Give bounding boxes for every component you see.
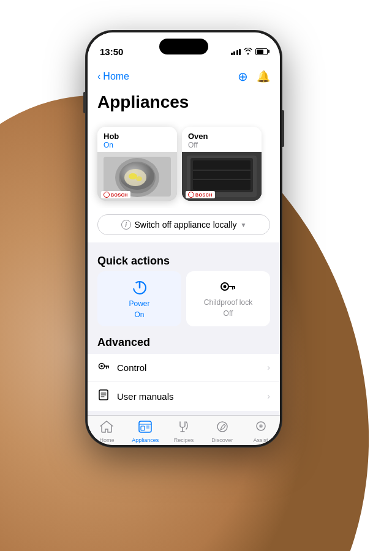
assist-tab-icon [254,421,268,436]
quick-actions-title: Quick actions [88,249,280,271]
tab-recipes[interactable]: Recipes [165,418,203,443]
oven-name: Oven [188,132,255,141]
status-time: 13:50 [100,47,123,57]
lock-icon [220,280,237,296]
oven-status: Off [188,141,255,149]
signal-bar-2 [233,51,235,55]
svg-point-41 [260,425,261,426]
hob-status: On [104,141,171,149]
page-title-section: Appliances [88,90,280,119]
childproof-lock-name: Childproof lock [204,298,252,307]
power-action-tile[interactable]: Power On [97,271,181,326]
quick-actions-grid: Power On [88,271,280,332]
tab-bar: Home Appliances [88,415,280,445]
power-action-value: On [134,310,144,319]
childproof-lock-value: Off [224,309,233,318]
home-tab-icon [100,421,113,436]
tab-assist[interactable]: Assist [241,418,280,443]
back-chevron-icon: ‹ [97,71,100,82]
main-content: Appliances Hob On [88,90,280,415]
signal-bar-4 [239,49,241,55]
tab-discover[interactable]: Discover [203,418,241,443]
bell-icon[interactable]: 🔔 [257,70,270,83]
discover-tab-icon [216,421,229,436]
recipes-tab-label: Recipes [174,437,194,443]
advanced-list: Control › [88,354,280,411]
back-label[interactable]: Home [103,71,129,82]
assist-tab-label: Assist [254,437,268,443]
control-chevron-icon: › [267,362,270,372]
power-action-name: Power [129,299,149,308]
switch-off-label: Switch off appliance locally [135,220,237,230]
home-tab-label: Home [99,437,114,443]
advanced-title: Advanced [88,332,280,354]
oven-card[interactable]: Oven Off [182,127,262,201]
phone-screen: 13:50 [88,32,280,445]
appliances-tab-label: Appliances [132,437,159,443]
power-icon [130,279,149,297]
discover-tab-label: Discover [211,437,233,443]
hob-card-info: Hob On [97,127,177,152]
switch-off-button[interactable]: i Switch off appliance locally ▼ [97,214,270,235]
svg-rect-12 [193,160,251,190]
appliances-tab-icon [138,421,152,436]
switch-off-container: i Switch off appliance locally ▼ [88,208,280,242]
signal-bar-1 [231,53,233,55]
page-title: Appliances [97,92,270,112]
user-manuals-label: User manuals [117,391,267,402]
user-manuals-list-item[interactable]: User manuals › [88,381,280,411]
control-label: Control [117,362,267,373]
svg-point-38 [217,422,227,432]
phone-body: 13:50 [86,31,282,447]
signal-bars [231,48,241,55]
back-button[interactable]: ‹ Home [97,71,129,82]
nav-actions: ⊕ 🔔 [238,69,270,84]
status-bar: 13:50 [88,32,280,63]
user-manuals-icon [97,389,110,403]
oven-image: BOSCH [182,152,262,201]
status-icons [231,48,268,56]
tab-appliances[interactable]: Appliances [126,418,165,443]
childproof-lock-tile[interactable]: Childproof lock Off [186,271,270,326]
hob-name: Hob [104,132,171,141]
nav-bar: ‹ Home ⊕ 🔔 [88,63,280,90]
tab-home[interactable]: Home [88,418,126,443]
add-icon[interactable]: ⊕ [238,69,248,84]
signal-bar-3 [236,50,238,55]
info-icon: i [121,220,131,230]
svg-point-8 [136,176,142,181]
oven-card-info: Oven Off [182,127,262,152]
hob-image: BOSCH [97,152,177,201]
user-manuals-chevron-icon: › [267,391,270,401]
dropdown-icon: ▼ [241,222,247,228]
wifi-icon [244,48,252,56]
svg-rect-33 [141,426,145,430]
control-list-item[interactable]: Control › [88,354,280,381]
quick-actions-section: Quick actions Power [88,249,280,332]
svg-point-18 [223,285,226,288]
svg-point-7 [129,173,137,179]
battery-icon [255,48,268,55]
appliances-list: Hob On [88,119,280,208]
control-icon [97,362,110,373]
oven-bosch-logo: BOSCH [186,191,215,198]
dynamic-island [159,39,208,54]
hob-card[interactable]: Hob On [97,127,177,201]
advanced-section: Advanced [88,332,280,414]
svg-point-23 [100,365,103,367]
recipes-tab-icon [177,421,190,436]
hob-bosch-logo: BOSCH [101,191,130,198]
phone: 13:50 [86,31,282,447]
